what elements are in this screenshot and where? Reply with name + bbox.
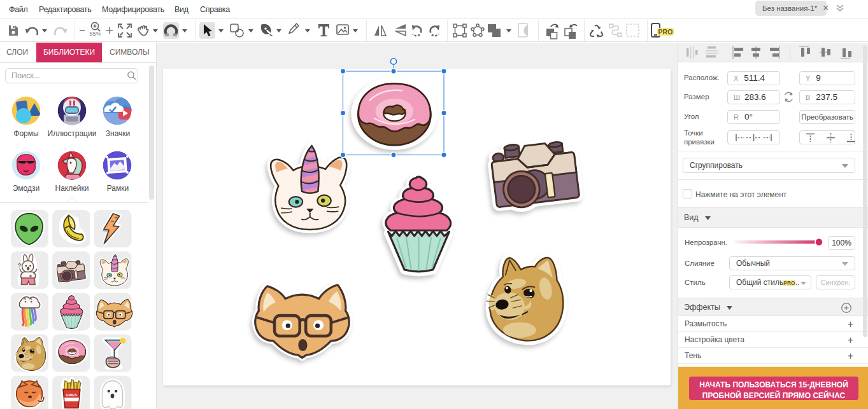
- svg-text:PRO: PRO: [658, 28, 673, 36]
- svg-text:55%: 55%: [89, 31, 101, 37]
